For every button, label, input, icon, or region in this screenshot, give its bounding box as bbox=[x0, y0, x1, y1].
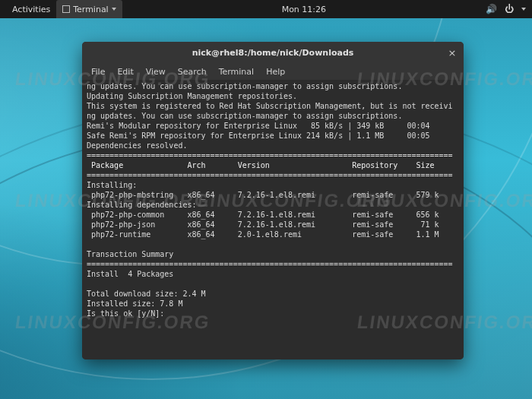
window-title: nick@rhel8:/home/nick/Downloads bbox=[192, 48, 354, 58]
out-row: php72-php-mbstring x86_64 7.2.16-1.el8.r… bbox=[87, 191, 439, 199]
activities-button[interactable]: Activities bbox=[6, 0, 56, 18]
out-installing: Installing: bbox=[87, 181, 137, 189]
out-div: ========================================… bbox=[87, 151, 453, 160]
out-row: php72-php-json x86_64 7.2.16-1.el8.remi … bbox=[87, 220, 439, 229]
activities-label: Activities bbox=[12, 5, 50, 14]
terminal-window: nick@rhel8:/home/nick/Downloads × File E… bbox=[82, 42, 464, 359]
terminal-output[interactable]: ng updates. You can use subscription-man… bbox=[82, 80, 464, 359]
out-header: Package Arch Version Repository Size bbox=[87, 161, 435, 169]
out-div: ========================================… bbox=[87, 260, 453, 268]
clock[interactable]: Mon 11:26 bbox=[122, 5, 486, 14]
gnome-topbar: Activities Terminal Mon 11:26 🔊 ⏻ bbox=[0, 0, 532, 18]
chevron-down-icon bbox=[112, 8, 116, 11]
out-dlsize: Total download size: 2.4 M bbox=[87, 290, 206, 298]
menu-terminal[interactable]: Terminal bbox=[213, 67, 261, 77]
out-install-count: Install 4 Packages bbox=[87, 270, 173, 278]
status-tray: 🔊 ⏻ bbox=[486, 4, 526, 14]
chevron-down-icon[interactable] bbox=[521, 8, 526, 11]
app-indicator[interactable]: Terminal bbox=[56, 0, 122, 18]
close-icon: × bbox=[448, 47, 457, 59]
out-div: ========================================… bbox=[87, 171, 453, 179]
app-label: Terminal bbox=[73, 5, 109, 14]
power-icon[interactable]: ⏻ bbox=[505, 4, 514, 14]
window-titlebar[interactable]: nick@rhel8:/home/nick/Downloads × bbox=[82, 42, 464, 63]
window-menubar: File Edit View Search Terminal Help bbox=[82, 63, 464, 80]
out-pre: ng updates. You can use subscription-man… bbox=[87, 82, 453, 150]
volume-icon[interactable]: 🔊 bbox=[486, 4, 497, 14]
out-row: php72-php-common x86_64 7.2.16-1.el8.rem… bbox=[87, 211, 439, 219]
menu-view[interactable]: View bbox=[140, 67, 172, 77]
clock-label: Mon 11:26 bbox=[282, 5, 326, 14]
close-button[interactable]: × bbox=[445, 46, 459, 59]
menu-file[interactable]: File bbox=[85, 67, 111, 77]
out-row: php72-runtime x86_64 2.0-1.el8.remi remi… bbox=[87, 230, 439, 239]
out-deps: Installing dependencies: bbox=[87, 201, 197, 209]
menu-edit[interactable]: Edit bbox=[111, 67, 139, 77]
out-instsize: Installed size: 7.8 M bbox=[87, 299, 182, 308]
menu-search[interactable]: Search bbox=[172, 67, 213, 77]
out-prompt: Is this ok [y/N]: bbox=[87, 309, 169, 318]
menu-help[interactable]: Help bbox=[260, 67, 291, 77]
out-summary: Transaction Summary bbox=[87, 250, 173, 258]
terminal-icon bbox=[62, 5, 70, 13]
